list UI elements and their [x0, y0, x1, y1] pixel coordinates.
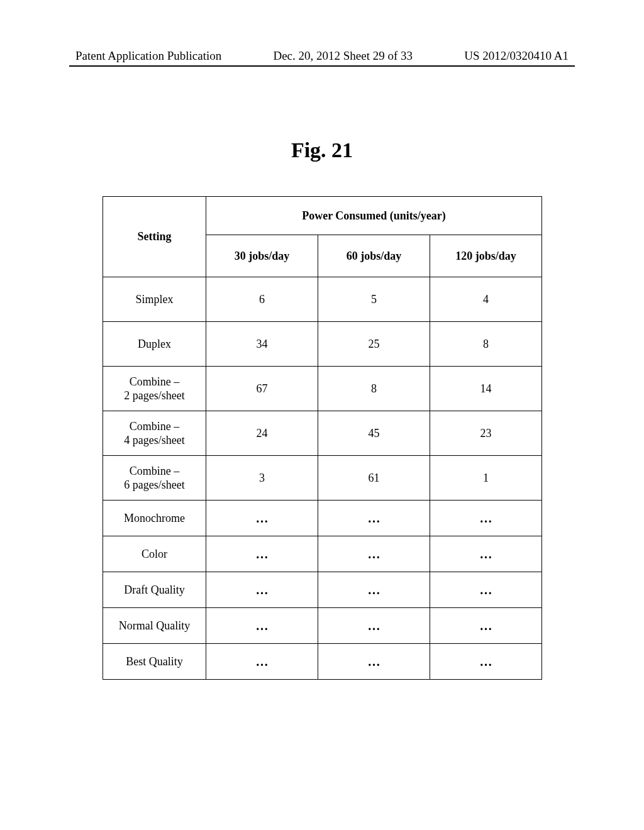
col-header-power: Power Consumed (units/year) [206, 197, 542, 235]
table-row: Normal Quality……… [103, 608, 542, 644]
cell-setting: Color [103, 536, 206, 572]
cell-value: … [318, 608, 430, 644]
cell-value: 23 [430, 411, 542, 456]
cell-value: 61 [318, 456, 430, 501]
col-header-30: 30 jobs/day [206, 235, 318, 277]
cell-setting: Best Quality [103, 644, 206, 680]
header-right: US 2012/0320410 A1 [464, 49, 569, 63]
cell-value: 34 [206, 322, 318, 367]
table-row: Combine –4 pages/sheet244523 [103, 411, 542, 456]
cell-setting: Draft Quality [103, 572, 206, 608]
cell-value: … [206, 644, 318, 680]
cell-setting: Simplex [103, 277, 206, 322]
cell-setting: Combine –6 pages/sheet [103, 456, 206, 501]
cell-value: 8 [430, 322, 542, 367]
cell-value: … [206, 536, 318, 572]
table-row: Draft Quality……… [103, 572, 542, 608]
header-rule [69, 65, 575, 67]
table-row: Monochrome……… [103, 501, 542, 536]
figure-title: Fig. 21 [0, 138, 644, 162]
cell-value: 45 [318, 411, 430, 456]
cell-setting: Combine –4 pages/sheet [103, 411, 206, 456]
cell-value: … [318, 501, 430, 536]
header-center: Dec. 20, 2012 Sheet 29 of 33 [273, 49, 413, 63]
cell-value: … [206, 501, 318, 536]
header-left: Patent Application Publication [75, 49, 221, 63]
col-header-setting: Setting [103, 197, 206, 277]
cell-value: 25 [318, 322, 430, 367]
cell-value: … [430, 608, 542, 644]
cell-value: 1 [430, 456, 542, 501]
cell-value: … [318, 536, 430, 572]
cell-value: … [430, 501, 542, 536]
cell-setting: Normal Quality [103, 608, 206, 644]
cell-value: 8 [318, 367, 430, 411]
table-row: Combine –6 pages/sheet3611 [103, 456, 542, 501]
cell-setting: Combine –2 pages/sheet [103, 367, 206, 411]
table-row: Combine –2 pages/sheet67814 [103, 367, 542, 411]
cell-value: 24 [206, 411, 318, 456]
cell-value: … [430, 644, 542, 680]
cell-value: 67 [206, 367, 318, 411]
table-row: Duplex34258 [103, 322, 542, 367]
page-header: Patent Application Publication Dec. 20, … [0, 49, 644, 63]
cell-value: 4 [430, 277, 542, 322]
cell-setting: Duplex [103, 322, 206, 367]
cell-setting: Monochrome [103, 501, 206, 536]
cell-value: 14 [430, 367, 542, 411]
cell-value: … [206, 608, 318, 644]
cell-value: … [318, 644, 430, 680]
col-header-120: 120 jobs/day [430, 235, 542, 277]
table-row: Color……… [103, 536, 542, 572]
cell-value: 6 [206, 277, 318, 322]
power-table: Setting Power Consumed (units/year) 30 j… [103, 196, 541, 680]
table-row: Best Quality……… [103, 644, 542, 680]
cell-value: 3 [206, 456, 318, 501]
cell-value: 5 [318, 277, 430, 322]
cell-value: … [206, 572, 318, 608]
cell-value: … [430, 536, 542, 572]
cell-value: … [318, 572, 430, 608]
col-header-60: 60 jobs/day [318, 235, 430, 277]
table-row: Simplex654 [103, 277, 542, 322]
cell-value: … [430, 572, 542, 608]
